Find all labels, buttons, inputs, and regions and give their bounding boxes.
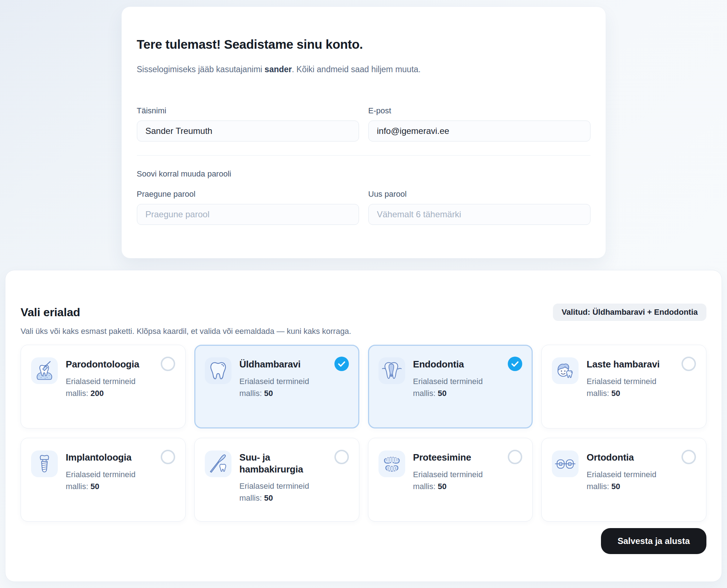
specialty-grid: Parodontoloogia Erialaseid termineid mal… bbox=[21, 345, 706, 522]
subtitle-suffix: . Kõiki andmeid saad hiljem muuta. bbox=[292, 65, 421, 74]
username-highlight: sander bbox=[265, 65, 292, 74]
new-password-field: Uus parool bbox=[368, 190, 590, 225]
specialty-description: Erialaseid termineid mallis: 50 bbox=[413, 375, 502, 399]
specialty-text: Proteesimine Erialaseid termineid mallis… bbox=[413, 450, 523, 521]
full-name-input[interactable] bbox=[137, 121, 359, 141]
prosthetics-icon bbox=[381, 453, 403, 475]
specialty-text: Endodontia Erialaseid termineid mallis: … bbox=[413, 357, 523, 427]
specialty-text: Üldhambaravi Erialaseid termineid mallis… bbox=[239, 357, 349, 427]
specialty-text: Implantoloogia Erialaseid termineid mall… bbox=[66, 450, 175, 521]
selected-specialties-badge: Valitud: Üldhambaravi + Endodontia bbox=[553, 304, 706, 321]
specialty-icon-box bbox=[205, 450, 231, 477]
endodontics-icon bbox=[381, 360, 403, 382]
new-password-input[interactable] bbox=[368, 204, 590, 225]
unselected-radio-icon bbox=[681, 357, 696, 371]
unselected-radio-icon bbox=[508, 450, 522, 464]
specialty-text: Ortodontia Erialaseid termineid mallis: … bbox=[587, 450, 696, 521]
specialty-title: Üldhambaravi bbox=[239, 358, 329, 370]
specialty-description: Erialaseid termineid mallis: 50 bbox=[239, 480, 329, 504]
specialty-icon-box bbox=[378, 357, 405, 384]
specialty-text: Suu- ja hambakirurgia Erialaseid termine… bbox=[239, 450, 349, 521]
account-subtitle: Sisselogimiseks jääb kasutajanimi sander… bbox=[137, 65, 590, 74]
specialty-title: Endodontia bbox=[413, 358, 502, 370]
specialty-card[interactable]: Parodontoloogia Erialaseid termineid mal… bbox=[21, 345, 186, 428]
section-divider bbox=[137, 155, 590, 156]
specialty-card[interactable]: Suu- ja hambakirurgia Erialaseid termine… bbox=[194, 438, 359, 522]
specialty-text: Parodontoloogia Erialaseid termineid mal… bbox=[66, 357, 175, 428]
new-password-label: Uus parool bbox=[368, 190, 590, 199]
subtitle-prefix: Sisselogimiseks jääb kasutajanimi bbox=[137, 65, 265, 74]
specialty-title: Proteesimine bbox=[413, 452, 502, 463]
specialty-description: Erialaseid termineid mallis: 200 bbox=[66, 375, 155, 399]
panel-footer: Salvesta ja alusta bbox=[21, 528, 706, 582]
full-name-label: Täisnimi bbox=[137, 106, 359, 116]
specialty-card[interactable]: Laste hambaravi Erialaseid termineid mal… bbox=[541, 345, 706, 428]
specialty-card[interactable]: Ortodontia Erialaseid termineid mallis: … bbox=[541, 438, 706, 522]
oral-surgery-icon bbox=[207, 453, 229, 475]
specialty-card[interactable]: Endodontia Erialaseid termineid mallis: … bbox=[368, 345, 533, 428]
specialty-title: Implantoloogia bbox=[66, 452, 155, 463]
specialty-card[interactable]: Proteesimine Erialaseid termineid mallis… bbox=[368, 438, 533, 522]
pediatric-dentistry-icon bbox=[554, 360, 576, 382]
selected-check-icon bbox=[508, 357, 522, 371]
current-password-field: Praegune parool bbox=[137, 190, 359, 225]
specialty-description: Erialaseid termineid mallis: 50 bbox=[587, 469, 676, 492]
specialties-panel: Vali erialad Valitud: Üldhambaravi + End… bbox=[5, 270, 722, 582]
email-field: E-post bbox=[368, 106, 590, 141]
specialty-description: Erialaseid termineid mallis: 50 bbox=[587, 375, 676, 399]
full-name-field: Täisnimi bbox=[137, 106, 359, 141]
periodontology-icon bbox=[34, 360, 55, 382]
unselected-radio-icon bbox=[161, 357, 175, 371]
specialty-icon-box bbox=[31, 450, 58, 477]
current-password-label: Praegune parool bbox=[137, 190, 359, 199]
current-password-input[interactable] bbox=[137, 204, 359, 225]
selected-check-icon bbox=[334, 357, 349, 371]
unselected-radio-icon bbox=[161, 450, 175, 464]
email-label: E-post bbox=[368, 106, 590, 116]
email-input[interactable] bbox=[368, 121, 590, 141]
page-background: { "account": { "title": "Tere tulemast! … bbox=[0, 0, 727, 588]
specialties-title: Vali erialad bbox=[21, 306, 80, 319]
specialty-description: Erialaseid termineid mallis: 50 bbox=[413, 469, 502, 492]
unselected-radio-icon bbox=[681, 450, 696, 464]
general-dentistry-icon bbox=[207, 360, 229, 382]
specialty-icon-box bbox=[31, 357, 58, 384]
specialty-text: Laste hambaravi Erialaseid termineid mal… bbox=[587, 357, 696, 428]
specialty-card[interactable]: Implantoloogia Erialaseid termineid mall… bbox=[21, 438, 186, 522]
specialty-title: Parodontoloogia bbox=[66, 358, 155, 370]
specialties-subtitle: Vali üks või kaks esmast paketti. Klõpsa… bbox=[21, 327, 706, 336]
unselected-radio-icon bbox=[334, 450, 349, 464]
specialty-description: Erialaseid termineid mallis: 50 bbox=[66, 469, 155, 492]
save-button[interactable]: Salvesta ja alusta bbox=[601, 528, 706, 554]
specialty-card[interactable]: Üldhambaravi Erialaseid termineid mallis… bbox=[194, 345, 359, 428]
specialty-icon-box bbox=[552, 357, 579, 384]
specialty-icon-box bbox=[552, 450, 579, 477]
specialty-icon-box bbox=[378, 450, 405, 477]
implantology-icon bbox=[34, 453, 55, 475]
specialty-title: Laste hambaravi bbox=[587, 358, 676, 370]
orthodontics-icon bbox=[554, 453, 576, 475]
password-section-title: Soovi korral muuda parooli bbox=[137, 169, 590, 179]
specialty-icon-box bbox=[205, 357, 231, 384]
specialty-title: Suu- ja hambakirurgia bbox=[239, 452, 329, 475]
specialty-description: Erialaseid termineid mallis: 50 bbox=[239, 375, 329, 399]
account-setup-card: Tere tulemast! Seadistame sinu konto. Si… bbox=[121, 6, 606, 258]
page-title: Tere tulemast! Seadistame sinu konto. bbox=[137, 37, 590, 52]
specialty-title: Ortodontia bbox=[587, 452, 676, 463]
